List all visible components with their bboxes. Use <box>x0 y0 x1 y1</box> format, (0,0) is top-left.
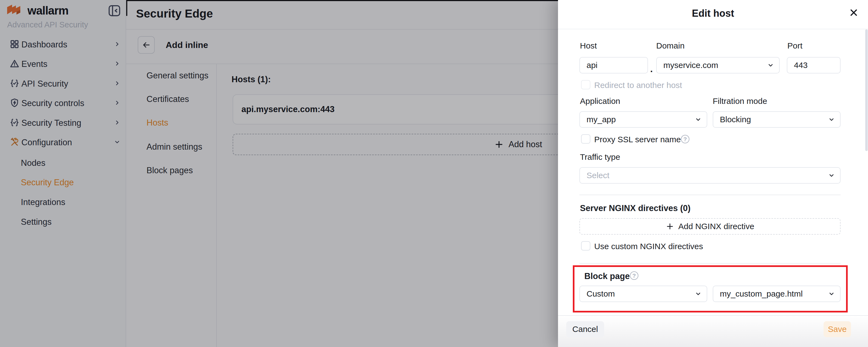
port-label: Port <box>787 41 802 50</box>
save-label: Save <box>828 324 846 334</box>
filtration-mode-select[interactable]: Blocking <box>713 111 841 128</box>
block-page-type-value: Custom <box>587 289 615 299</box>
proxy-ssl-checkbox-label: Proxy SSL server name <box>594 135 681 144</box>
host-domain-separator: . <box>650 64 653 74</box>
chevron-down-icon <box>828 172 835 179</box>
redirect-checkbox-label: Redirect to another host <box>594 80 682 90</box>
add-nginx-directive-label: Add NGINX directive <box>678 222 754 231</box>
add-nginx-directive-button[interactable]: Add NGINX directive <box>580 218 841 235</box>
use-custom-nginx-checkbox[interactable] <box>581 241 590 250</box>
plus-icon <box>666 222 674 231</box>
divider <box>558 29 868 29</box>
block-page-type-select[interactable]: Custom <box>580 286 707 302</box>
domain-value: myservice.com <box>663 61 718 70</box>
domain-label: Domain <box>656 41 684 50</box>
close-icon <box>849 8 859 18</box>
host-value: api <box>587 61 597 70</box>
cancel-label: Cancel <box>572 324 598 334</box>
cancel-button[interactable]: Cancel <box>566 321 604 337</box>
help-icon[interactable]: ? <box>681 135 689 143</box>
filtration-mode-value: Blocking <box>720 115 751 124</box>
modal-title: Edit host <box>558 8 868 19</box>
chevron-down-icon <box>828 116 835 123</box>
application-value: my_app <box>587 115 616 124</box>
block-page-file-select[interactable]: my_custom_page.html <box>713 286 841 302</box>
application-select[interactable]: my_app <box>580 111 707 128</box>
block-page-heading: Block page <box>584 271 629 281</box>
host-input[interactable]: api <box>580 57 648 73</box>
nginx-directives-heading: Server NGINX directives (0) <box>580 203 690 213</box>
domain-select[interactable]: myservice.com <box>656 57 780 73</box>
proxy-ssl-checkbox[interactable] <box>581 134 590 144</box>
save-button[interactable]: Save <box>824 321 851 337</box>
chevron-down-icon <box>694 290 702 298</box>
chevron-down-icon <box>767 62 774 69</box>
chevron-down-icon <box>694 116 702 123</box>
traffic-type-label: Traffic type <box>580 152 620 162</box>
redirect-checkbox[interactable] <box>581 80 590 89</box>
chevron-down-icon <box>828 290 835 298</box>
modal-footer: Cancel Save <box>558 315 868 347</box>
app-window: wallarm Advanced API Security Dashboards… <box>0 0 868 347</box>
use-custom-nginx-label: Use custom NGINX directives <box>594 242 703 251</box>
block-page-file-value: my_custom_page.html <box>720 289 803 299</box>
filtration-mode-label: Filtration mode <box>713 97 767 106</box>
port-value: 443 <box>794 61 808 70</box>
traffic-type-select[interactable]: Select <box>580 167 841 184</box>
divider <box>580 263 841 264</box>
edit-host-modal: Edit host Host Domain Port api . myservi… <box>558 0 868 347</box>
divider <box>580 195 841 195</box>
modal-scrollbar-thumb[interactable] <box>865 29 868 151</box>
help-icon[interactable]: ? <box>630 271 639 280</box>
application-label: Application <box>580 97 620 106</box>
host-label: Host <box>580 41 597 50</box>
close-button[interactable] <box>848 7 860 19</box>
traffic-type-placeholder: Select <box>587 171 609 180</box>
port-input[interactable]: 443 <box>787 57 841 73</box>
